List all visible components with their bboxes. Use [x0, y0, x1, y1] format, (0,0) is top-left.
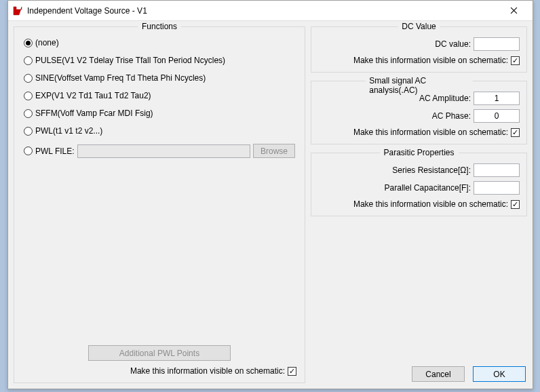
radio-exp[interactable]: EXP(V1 V2 Td1 Tau1 Td2 Tau2)	[21, 87, 298, 104]
radio-label: SFFM(Voff Vamp Fcar MDI Fsig)	[35, 109, 153, 118]
visible-label: Make this information visible on schemat…	[130, 366, 285, 376]
ac-legend: Small signal AC analysis(.AC)	[365, 76, 473, 95]
app-icon	[12, 5, 23, 16]
functions-bottom: Additional PWL Points Make this informat…	[21, 345, 298, 376]
series-resistance-row: Series Resistance[Ω]:	[318, 161, 520, 179]
right-column: DC Value DC value: Make this information…	[311, 26, 527, 383]
radio-label: (none)	[35, 38, 59, 47]
functions-group: Functions (none) PULSE(V1 V2 Tdelay Tris…	[14, 26, 305, 383]
series-resistance-input[interactable]	[474, 163, 520, 177]
radio-icon	[24, 56, 33, 65]
radio-label: EXP(V1 V2 Td1 Tau1 Td2 Tau2)	[35, 91, 151, 100]
radio-sffm[interactable]: SFFM(Voff Vamp Fcar MDI Fsig)	[21, 104, 298, 122]
close-button[interactable]	[500, 1, 527, 20]
parasitic-group: Parasitic Properties Series Resistance[Ω…	[311, 153, 527, 216]
dialog-buttons: Cancel OK	[311, 364, 527, 383]
parasitic-visible-row: Make this information visible on schemat…	[318, 197, 520, 209]
dialog-content: Functions (none) PULSE(V1 V2 Tdelay Tris…	[8, 21, 533, 389]
radio-icon	[24, 146, 33, 155]
cancel-button[interactable]: Cancel	[412, 366, 465, 382]
ac-phase-label: AC Phase:	[432, 111, 471, 121]
radio-icon	[24, 109, 33, 118]
ac-phase-input[interactable]	[474, 109, 520, 123]
ac-amplitude-input[interactable]	[474, 92, 520, 105]
dc-legend: DC Value	[398, 22, 440, 31]
radio-label: PULSE(V1 V2 Tdelay Trise Tfall Ton Perio…	[35, 56, 225, 65]
visible-label: Make this information visible on schemat…	[353, 128, 508, 137]
left-column: Functions (none) PULSE(V1 V2 Tdelay Tris…	[14, 26, 305, 383]
radio-none[interactable]: (none)	[21, 34, 298, 52]
dc-value-label: DC value:	[435, 39, 471, 49]
radio-label: PWL FILE:	[35, 146, 75, 156]
parallel-capacitance-label: Parallel Capacitance[F]:	[385, 183, 471, 193]
radio-pwl[interactable]: PWL(t1 v1 t2 v2...)	[21, 122, 298, 140]
functions-legend: Functions	[138, 22, 181, 31]
dc-value-row: DC value:	[318, 35, 520, 53]
radio-icon	[24, 127, 33, 136]
browse-button[interactable]: Browse	[253, 144, 295, 158]
radio-label: SINE(Voffset Vamp Freq Td Theta Phi Ncyc…	[35, 73, 206, 83]
parallel-capacitance-input[interactable]	[474, 181, 520, 195]
radio-pwl-file[interactable]: PWL FILE: Browse	[21, 140, 298, 162]
functions-visible-checkbox[interactable]	[288, 367, 296, 376]
dialog-window: Independent Voltage Source - V1 Function…	[7, 0, 533, 389]
ac-visible-row: Make this information visible on schemat…	[318, 125, 520, 137]
ok-button[interactable]: OK	[473, 366, 526, 382]
radio-icon	[24, 74, 33, 83]
ac-amplitude-label: AC Amplitude:	[419, 94, 471, 103]
titlebar: Independent Voltage Source - V1	[8, 1, 533, 21]
dc-group: DC Value DC value: Make this information…	[311, 26, 527, 73]
series-resistance-label: Series Resistance[Ω]:	[392, 165, 471, 175]
radio-icon	[24, 92, 33, 100]
dc-value-input[interactable]	[474, 37, 520, 51]
window-title: Independent Voltage Source - V1	[27, 6, 500, 16]
pwl-file-input[interactable]	[77, 144, 250, 158]
dc-visible-row: Make this information visible on schemat…	[318, 53, 520, 65]
dc-visible-checkbox[interactable]	[511, 56, 520, 65]
functions-visible-row: Make this information visible on schemat…	[130, 366, 298, 376]
ac-visible-checkbox[interactable]	[511, 128, 520, 137]
visible-label: Make this information visible on schemat…	[353, 56, 508, 65]
radio-label: PWL(t1 v1 t2 v2...)	[35, 126, 102, 136]
additional-pwl-button[interactable]: Additional PWL Points	[88, 345, 231, 361]
radio-icon	[24, 39, 33, 47]
parallel-capacitance-row: Parallel Capacitance[F]:	[318, 179, 520, 197]
visible-label: Make this information visible on schemat…	[353, 199, 508, 209]
radio-sine[interactable]: SINE(Voffset Vamp Freq Td Theta Phi Ncyc…	[21, 69, 298, 87]
ac-group: Small signal AC analysis(.AC) AC Amplitu…	[311, 81, 527, 144]
ac-phase-row: AC Phase:	[318, 107, 520, 125]
radio-pulse[interactable]: PULSE(V1 V2 Tdelay Trise Tfall Ton Perio…	[21, 52, 298, 69]
parasitic-visible-checkbox[interactable]	[511, 200, 520, 209]
parasitic-legend: Parasitic Properties	[379, 148, 458, 157]
